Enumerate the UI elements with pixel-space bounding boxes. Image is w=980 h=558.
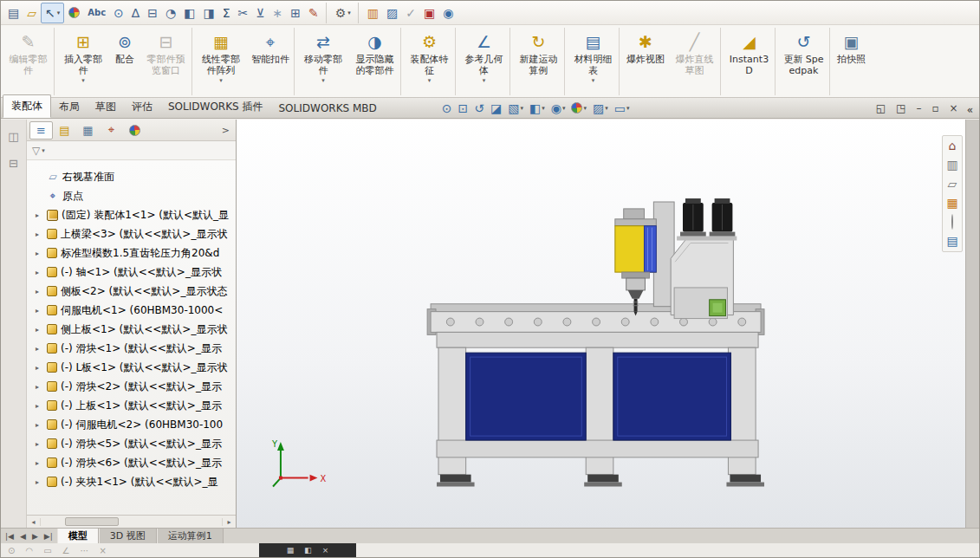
dock-toolbar-icon-bottom[interactable]: ⊟ (9, 157, 18, 170)
tree-item[interactable]: ▸ (-) 伺服电机<2> (60HBM30-100 (27, 415, 236, 434)
expand-arrow-icon[interactable]: ▸ (36, 230, 47, 238)
interference-detection-icon[interactable]: ◨ ▾ (199, 3, 217, 23)
taskpane-collapse-chevron[interactable]: « (965, 104, 977, 118)
expand-arrow-icon[interactable]: ▸ (36, 345, 47, 353)
displaymanager-tab[interactable] (123, 121, 146, 140)
sheet-icon[interactable]: ▱ (948, 178, 957, 191)
tree-item[interactable]: ▸ ⌖ 原点 (27, 186, 236, 205)
equations-icon[interactable]: Σ ▾ (219, 3, 234, 23)
ribbon-tab[interactable]: SOLIDWORKS 插件 (160, 96, 270, 118)
panel-expand-chevron[interactable]: > (222, 125, 236, 136)
simulation-icon[interactable]: ⊻ ▾ (252, 3, 268, 23)
status-icon-close[interactable]: × (100, 546, 107, 555)
tree-horizontal-scrollbar[interactable]: ◂ ▸ (27, 515, 236, 528)
update-speedpak-button[interactable]: ↺ 更新 Speedpak ▾ (778, 28, 830, 95)
previous-view-icon[interactable]: ↺ ▾ (472, 101, 486, 115)
first-tab-button[interactable]: |◀ (5, 532, 14, 541)
home-icon[interactable]: ⌂ (949, 140, 957, 152)
prev-tab-button[interactable]: ◀ (20, 532, 26, 541)
tree-item[interactable]: ▸ 侧板<2> (默认<<默认>_显示状态 (27, 282, 236, 301)
toolbox-icon[interactable]: ▥ ▾ (364, 3, 382, 23)
status-icon-more[interactable]: ⋯ (81, 546, 89, 555)
machine-feet[interactable] (437, 475, 764, 487)
format-painter-icon[interactable]: ✎ ▾ (305, 3, 327, 23)
last-tab-button[interactable]: ▶| (44, 532, 53, 541)
tree-item[interactable]: ▸ (-) 滑块<1> (默认<<默认>_显示 (27, 339, 236, 358)
search-icon[interactable]: ⊙ ▾ (110, 3, 127, 23)
grid-icon[interactable]: ▦ (946, 197, 957, 210)
new-motion-study-button[interactable]: ↻ 新建运动算例 ▾ (513, 28, 565, 95)
edit-component-button[interactable]: ✎ 编辑零部件 ▾ (3, 28, 55, 95)
configurationmanager-tab[interactable]: ▦ (76, 121, 100, 140)
model-canvas[interactable]: Y X (237, 120, 965, 528)
close-button[interactable]: × (950, 102, 958, 114)
status-icon-arc[interactable]: ◠ (25, 546, 33, 555)
tree-item[interactable]: ▸ 标准型模数1.5直齿轮压力角20&d (27, 243, 236, 263)
display-style-icon[interactable]: ◧ ▾ (528, 101, 547, 115)
spell-check-icon[interactable]: Abc ▾ (84, 3, 109, 23)
status-icon-rect[interactable]: ▭ (43, 546, 51, 555)
assembly-features-button[interactable]: ⚙ 装配体特征 ▾ (404, 28, 456, 95)
expand-arrow-icon[interactable]: ▸ (36, 307, 47, 315)
expand-arrow-icon[interactable]: ▸ (36, 326, 47, 334)
status-icon-circle[interactable]: ⊙ (8, 546, 15, 555)
status-icon-angle[interactable]: ∠ (62, 546, 70, 555)
tree-item[interactable]: ▸ (-) 滑块<2> (默认<<默认>_显示 (27, 377, 236, 396)
component-preview-button[interactable]: ⊟ 零部件预览窗口 ▾ (140, 28, 192, 95)
insert-components-button[interactable]: ⊞ 插入零部件 ▾ (57, 28, 109, 95)
dimxpertmanager-tab[interactable]: ⌖ (100, 121, 123, 140)
document-tab[interactable]: 模型 (57, 529, 99, 543)
scroll-left-button[interactable]: ◂ (27, 518, 41, 526)
expand-arrow-icon[interactable]: ▸ (36, 440, 47, 448)
taskpane-strip[interactable] (965, 120, 979, 528)
document-tab[interactable]: 3D 视图 (99, 529, 157, 543)
view-settings-icon[interactable]: ▭ ▾ (613, 101, 632, 115)
linear-component-pattern-button[interactable]: ▦ 线性零部件阵列 ▾ (195, 28, 247, 95)
tree-item[interactable]: ▸ (-) 上板<1> (默认<<默认>_显示 (27, 396, 236, 415)
explode-line-sketch-button[interactable]: ╱ 爆炸直线草图 ▾ (669, 28, 721, 95)
propertymanager-tab[interactable]: ▤ (53, 121, 76, 140)
expand-arrow-icon[interactable]: ▸ (36, 383, 47, 391)
expand-arrow-icon[interactable]: ▸ (36, 478, 47, 486)
float-window-icon[interactable]: ◱ (876, 102, 886, 114)
tree-filter[interactable]: ▽ ▾ (27, 141, 236, 160)
freeze-bar-icon[interactable]: ∗ ▾ (269, 3, 286, 23)
mate-button[interactable]: ⊚ 配合 ▾ (109, 28, 140, 95)
tree-item[interactable]: ▸ 侧上板<1> (默认<<默认>_显示状 (27, 320, 236, 339)
show-hidden-components-button[interactable]: ◑ 显示隐藏的零部件 ▾ (349, 28, 401, 95)
appearance-ball-icon[interactable]: ▾ (65, 3, 83, 23)
ribbon-tab[interactable]: 草图 (88, 96, 124, 118)
reference-geometry-button[interactable]: ∠ 参考几何体 ▾ (458, 28, 510, 95)
select-arrow-icon[interactable]: ↖ ▾ (41, 3, 64, 23)
take-snapshot-button[interactable]: ▣ 拍快照 ▾ (833, 28, 870, 95)
ribbon-tab[interactable]: 评估 (124, 96, 160, 118)
tree-item[interactable]: ▸ 伺服电机<1> (60HBM30-1000< (27, 301, 236, 320)
hide-show-items-icon[interactable]: ◉ ▾ (549, 101, 568, 115)
bill-of-materials-button[interactable]: ▤ 材料明细表 ▾ (568, 28, 620, 95)
featuremanager-tab[interactable]: ≡ (29, 121, 53, 140)
ribbon-tab[interactable]: 装配体 (3, 94, 51, 118)
expand-arrow-icon[interactable]: ▸ (36, 211, 47, 219)
tree-item[interactable]: ▸ (固定) 装配体1<1> (默认<默认_显 (27, 205, 236, 224)
ribbon-tab[interactable]: 布局 (51, 96, 88, 118)
minimize-button[interactable]: – (916, 102, 921, 114)
tree-item[interactable]: ▸ (-) 滑块<6> (默认<<默认>_显示 (27, 453, 236, 472)
assembly-visualization-icon[interactable]: ◧ ▾ (180, 3, 198, 23)
scrollbar-thumb[interactable] (65, 517, 119, 526)
tree-item[interactable]: ▸ ▱ 右视基准面 (27, 167, 236, 186)
expand-arrow-icon[interactable]: ▸ (36, 421, 47, 429)
options-gear-icon[interactable]: ⚙ ▾ (332, 3, 359, 23)
expand-arrow-icon[interactable]: ▸ (36, 459, 47, 467)
move-component-button[interactable]: ⇄ 移动零部件 ▾ (297, 28, 349, 95)
trim-icon[interactable]: ✂ ▾ (234, 3, 251, 23)
tile-window-icon[interactable]: ◳ (896, 102, 905, 114)
spindle-assembly[interactable] (615, 202, 674, 316)
pdm-icon[interactable]: ▣ ▾ (420, 3, 438, 23)
list-icon[interactable]: ▤ (946, 235, 957, 248)
next-tab-button[interactable]: ▶ (32, 532, 38, 541)
appearance-target-icon[interactable] (951, 216, 953, 229)
section-view-icon[interactable]: ◪ ▾ (489, 101, 503, 115)
tree-item[interactable]: ▸ (-) L板<1> (默认<<默认>_显示状 (27, 358, 236, 377)
tree-item[interactable]: ▸ (-) 滑块<5> (默认<<默认>_显示 (27, 434, 236, 453)
new-document-icon[interactable]: ▤ ▾ (4, 3, 23, 23)
